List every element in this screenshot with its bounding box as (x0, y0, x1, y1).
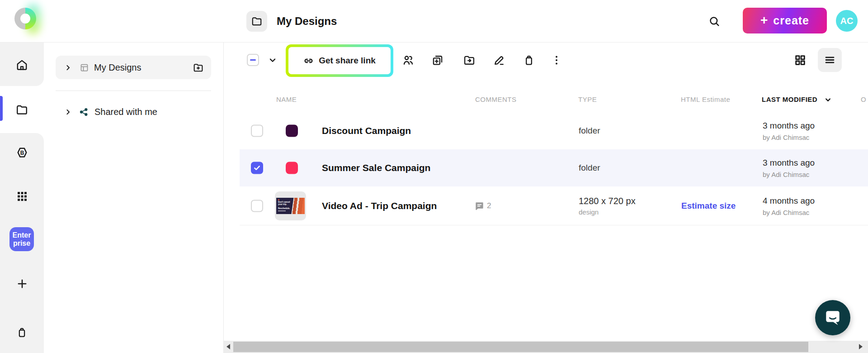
row-name: Video Ad - Trip Campaign (322, 200, 437, 211)
move-to-folder-button[interactable] (463, 54, 476, 67)
template-icon (80, 63, 89, 72)
page-title: My Designs (277, 0, 337, 42)
thumbnail-text-micro (278, 210, 286, 211)
page-folder-button[interactable] (246, 11, 267, 32)
sidebar-item-apps[interactable] (0, 184, 44, 209)
home-icon (15, 58, 28, 72)
create-button[interactable]: + create (743, 8, 827, 33)
table-row-summer-sale-campaign[interactable]: Summer Sale Campaign folder 3 months ago… (240, 149, 868, 186)
panel-item-my-designs[interactable]: My Designs (56, 56, 211, 79)
panel-item-label: Shared with me (94, 107, 157, 117)
table-row-discount-campaign[interactable]: Discount Campaign folder 3 months ago by… (240, 112, 868, 149)
table-row-video-ad-trip-campaign[interactable]: Don't cancel your trip. Reschedule. Vide… (240, 186, 868, 225)
sidebar-item-add[interactable] (0, 271, 44, 296)
chat-launcher-button[interactable] (815, 300, 850, 335)
thumbnail-image: Don't cancel your trip. Reschedule. (276, 198, 305, 214)
horizontal-scrollbar[interactable] (224, 341, 868, 353)
duplicate-icon (431, 54, 444, 67)
design-dimensions: 1280 x 720 px (579, 196, 636, 206)
people-icon (402, 54, 415, 67)
row-name: Discount Campaign (322, 125, 411, 136)
panel-divider (56, 91, 211, 91)
brand-hexagon-icon: B (15, 146, 29, 159)
thumbnail-text-line1: Don't cancel your trip. (278, 201, 290, 205)
check-icon (253, 164, 261, 172)
modified-date: 3 months ago (763, 158, 815, 168)
column-header-name[interactable]: NAME (276, 95, 297, 103)
column-header-html-estimate[interactable]: HTML Estimate (681, 95, 730, 103)
chevron-right-icon[interactable] (64, 108, 72, 116)
row-checkbox[interactable] (251, 125, 263, 137)
design-thumbnail: Don't cancel your trip. Reschedule. (275, 191, 306, 220)
chat-icon (823, 308, 842, 327)
row-type: folder (579, 126, 600, 136)
search-icon[interactable] (708, 15, 721, 28)
row-modified: 3 months ago by Adi Chimsac (763, 121, 815, 141)
comment-count: 2 (487, 201, 491, 210)
thumbnail-red-dot (278, 199, 279, 200)
row-modified: 4 months ago by Adi Chimsac (763, 196, 815, 216)
app-logo[interactable] (12, 5, 39, 32)
panel-item-shared-with-me[interactable]: Shared with me (56, 101, 211, 122)
logo-ring-icon (14, 8, 36, 29)
column-header-comments[interactable]: COMMENTS (475, 95, 517, 103)
chevron-right-icon[interactable] (64, 64, 72, 72)
folder-move-icon (463, 54, 476, 67)
grid-view-button[interactable] (794, 54, 807, 67)
delete-button[interactable] (523, 54, 535, 67)
rename-button[interactable] (493, 54, 505, 67)
plus-icon: + (760, 14, 768, 27)
column-header-last-modified[interactable]: LAST MODIFIED (762, 95, 817, 103)
thumbnail-wave-photo (291, 198, 305, 214)
share-link-highlight: Get share link (286, 44, 393, 77)
list-view-button[interactable] (818, 48, 842, 72)
row-comments[interactable]: 2 (474, 200, 491, 211)
folder-plus-icon[interactable] (193, 62, 204, 73)
kebab-icon (550, 54, 563, 67)
row-type: folder (579, 163, 600, 173)
avatar[interactable]: AC (836, 10, 858, 32)
more-actions-button[interactable] (550, 54, 563, 67)
row-checkbox[interactable] (251, 200, 263, 212)
sidebar-item-brand[interactable]: B (0, 140, 44, 165)
modified-by: by Adi Chimsac (763, 208, 815, 216)
sidebar-item-projects[interactable] (0, 97, 44, 122)
row-modified: 3 months ago by Adi Chimsac (763, 158, 815, 178)
link-icon (303, 56, 314, 66)
share-people-button[interactable] (402, 54, 415, 67)
modified-by: by Adi Chimsac (763, 171, 815, 178)
scroll-left-button[interactable] (226, 344, 230, 349)
content-divider (223, 42, 224, 353)
app-window: My Designs + create AC (0, 0, 868, 353)
folders-panel: My Designs Shared with me (44, 42, 224, 353)
sort-chevron-down-icon[interactable] (824, 95, 832, 104)
duplicate-button[interactable] (431, 54, 444, 67)
column-header-owner-partial[interactable]: O (861, 95, 866, 103)
select-menu-chevron-down-icon[interactable] (268, 55, 278, 65)
list-view-icon (824, 54, 836, 66)
trash-icon (523, 54, 535, 67)
select-all-checkbox[interactable] (247, 54, 259, 66)
design-type-label: design (579, 208, 636, 216)
row-checkbox-checked[interactable] (251, 162, 263, 174)
grid-view-icon (794, 54, 807, 67)
modified-by: by Adi Chimsac (763, 134, 815, 141)
sidebar-item-trash[interactable] (0, 320, 44, 345)
sidebar-item-home[interactable] (0, 52, 44, 77)
estimate-size-link[interactable]: Estimate size (681, 201, 736, 211)
enterprise-label-line2: prise (13, 239, 30, 248)
enterprise-label-line1: Enter (13, 231, 31, 239)
get-share-link-button[interactable]: Get share link (288, 47, 391, 74)
enterprise-badge[interactable]: Enter prise (9, 227, 34, 251)
scroll-right-button[interactable] (859, 344, 863, 349)
folder-color-swatch (286, 162, 298, 174)
modified-date: 4 months ago (763, 196, 815, 205)
folder-color-swatch (286, 125, 298, 137)
pencil-icon (493, 54, 505, 67)
thumbnail-text-line2: Reschedule. (278, 207, 290, 210)
scrollbar-thumb[interactable] (233, 342, 808, 352)
row-type: 1280 x 720 px design (579, 196, 636, 216)
create-button-label: create (773, 14, 809, 27)
column-header-type[interactable]: TYPE (578, 95, 597, 103)
folder-icon (15, 103, 28, 116)
